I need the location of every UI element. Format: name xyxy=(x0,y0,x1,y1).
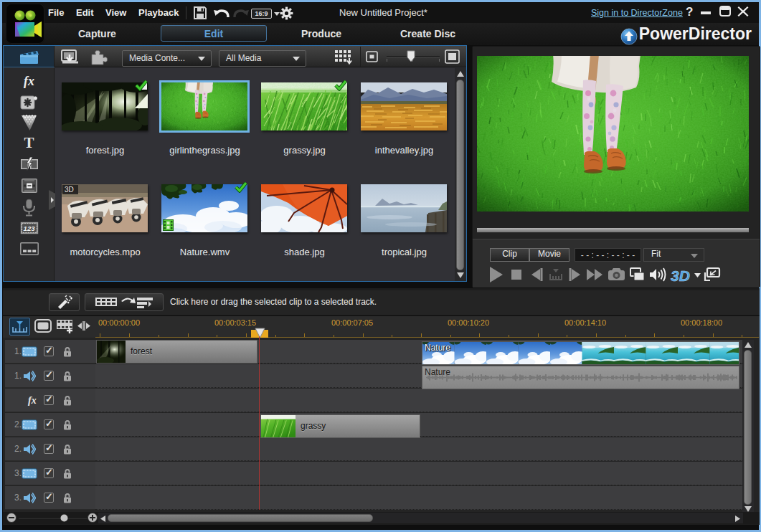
svg-text:3D: 3D xyxy=(65,186,74,194)
svg-text:123: 123 xyxy=(24,224,36,232)
svg-text:3D: 3D xyxy=(671,267,690,284)
